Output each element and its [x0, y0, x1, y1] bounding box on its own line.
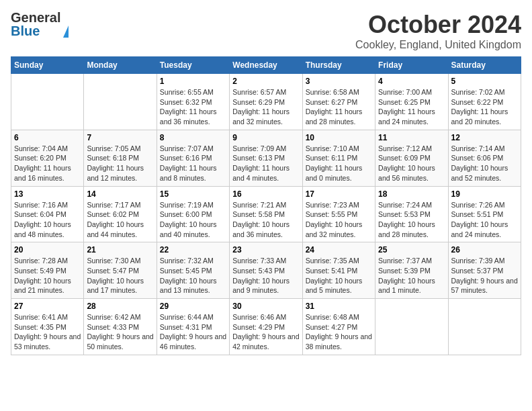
day-number: 4 [378, 77, 445, 86]
day-info: Sunrise: 7:24 AM Sunset: 5:53 PM Dayligh… [378, 200, 445, 240]
day-cell: 10Sunrise: 7:10 AM Sunset: 6:11 PM Dayli… [302, 130, 375, 186]
day-number: 14 [87, 189, 153, 199]
day-number: 18 [378, 189, 445, 199]
logo-arrow-icon [63, 26, 69, 38]
day-number: 3 [306, 77, 372, 86]
day-number: 20 [14, 245, 81, 255]
day-cell: 15Sunrise: 7:19 AM Sunset: 6:00 PM Dayli… [157, 186, 229, 242]
day-cell: 13Sunrise: 7:16 AM Sunset: 6:04 PM Dayli… [11, 186, 84, 242]
day-cell: 12Sunrise: 7:14 AM Sunset: 6:06 PM Dayli… [448, 130, 521, 186]
day-info: Sunrise: 7:32 AM Sunset: 5:45 PM Dayligh… [160, 256, 226, 295]
day-number: 31 [306, 302, 372, 311]
day-cell: 2Sunrise: 6:57 AM Sunset: 6:29 PM Daylig… [230, 74, 302, 130]
day-info: Sunrise: 7:33 AM Sunset: 5:43 PM Dayligh… [232, 256, 299, 295]
day-cell: 24Sunrise: 7:35 AM Sunset: 5:41 PM Dayli… [302, 242, 375, 299]
day-cell: 9Sunrise: 7:09 AM Sunset: 6:13 PM Daylig… [230, 130, 302, 186]
day-cell: 21Sunrise: 7:30 AM Sunset: 5:47 PM Dayli… [84, 242, 157, 299]
day-info: Sunrise: 7:23 AM Sunset: 5:55 PM Dayligh… [306, 200, 372, 240]
logo-blue: Blue [11, 24, 60, 38]
day-number: 7 [87, 133, 153, 142]
calendar-table: SundayMondayTuesdayWednesdayThursdayFrid… [11, 56, 521, 355]
week-row-1: 1Sunrise: 6:55 AM Sunset: 6:32 PM Daylig… [11, 74, 521, 130]
day-info: Sunrise: 7:21 AM Sunset: 5:58 PM Dayligh… [232, 200, 299, 240]
day-info: Sunrise: 7:30 AM Sunset: 5:47 PM Dayligh… [87, 256, 153, 295]
day-cell: 27Sunrise: 6:41 AM Sunset: 4:35 PM Dayli… [11, 299, 84, 355]
title-block: October 2024 Cookley, England, United Ki… [355, 11, 521, 51]
day-cell: 20Sunrise: 7:28 AM Sunset: 5:49 PM Dayli… [11, 242, 84, 299]
day-number: 29 [160, 302, 226, 311]
col-header-tuesday: Tuesday [157, 57, 229, 74]
day-info: Sunrise: 7:39 AM Sunset: 5:37 PM Dayligh… [451, 256, 518, 295]
day-cell: 25Sunrise: 7:37 AM Sunset: 5:39 PM Dayli… [375, 242, 448, 299]
day-number: 17 [306, 189, 372, 199]
day-cell: 26Sunrise: 7:39 AM Sunset: 5:37 PM Dayli… [448, 242, 521, 299]
week-row-3: 13Sunrise: 7:16 AM Sunset: 6:04 PM Dayli… [11, 186, 521, 242]
page-header: General Blue October 2024 Cookley, Engla… [11, 11, 521, 51]
day-number: 11 [378, 133, 445, 142]
header-row: SundayMondayTuesdayWednesdayThursdayFrid… [11, 57, 521, 74]
day-cell: 3Sunrise: 6:58 AM Sunset: 6:27 PM Daylig… [302, 74, 375, 130]
day-info: Sunrise: 7:35 AM Sunset: 5:41 PM Dayligh… [306, 256, 372, 295]
col-header-sunday: Sunday [11, 57, 84, 74]
day-number: 19 [451, 189, 518, 199]
day-cell: 30Sunrise: 6:46 AM Sunset: 4:29 PM Dayli… [230, 299, 302, 355]
day-info: Sunrise: 7:12 AM Sunset: 6:09 PM Dayligh… [378, 144, 445, 183]
day-cell: 11Sunrise: 7:12 AM Sunset: 6:09 PM Dayli… [375, 130, 448, 186]
week-row-5: 27Sunrise: 6:41 AM Sunset: 4:35 PM Dayli… [11, 299, 521, 355]
col-header-wednesday: Wednesday [230, 57, 302, 74]
day-number: 10 [306, 133, 372, 142]
day-info: Sunrise: 7:14 AM Sunset: 6:06 PM Dayligh… [451, 144, 518, 183]
day-cell: 31Sunrise: 6:48 AM Sunset: 4:27 PM Dayli… [302, 299, 375, 355]
logo-general: General [11, 11, 60, 24]
day-number: 8 [160, 133, 226, 142]
day-number: 16 [232, 189, 299, 199]
day-cell: 17Sunrise: 7:23 AM Sunset: 5:55 PM Dayli… [302, 186, 375, 242]
day-info: Sunrise: 6:57 AM Sunset: 6:29 PM Dayligh… [232, 87, 299, 127]
day-cell: 19Sunrise: 7:26 AM Sunset: 5:51 PM Dayli… [448, 186, 521, 242]
day-number: 25 [378, 245, 445, 255]
day-number: 5 [451, 77, 518, 86]
day-cell: 5Sunrise: 7:02 AM Sunset: 6:22 PM Daylig… [448, 74, 521, 130]
day-number: 26 [451, 245, 518, 255]
col-header-monday: Monday [84, 57, 157, 74]
day-info: Sunrise: 6:46 AM Sunset: 4:29 PM Dayligh… [232, 312, 299, 352]
day-cell: 29Sunrise: 6:44 AM Sunset: 4:31 PM Dayli… [157, 299, 229, 355]
day-cell: 23Sunrise: 7:33 AM Sunset: 5:43 PM Dayli… [230, 242, 302, 299]
day-number: 30 [232, 302, 299, 311]
day-info: Sunrise: 6:48 AM Sunset: 4:27 PM Dayligh… [306, 312, 372, 352]
day-info: Sunrise: 7:02 AM Sunset: 6:22 PM Dayligh… [451, 87, 518, 127]
day-number: 23 [232, 245, 299, 255]
day-info: Sunrise: 7:09 AM Sunset: 6:13 PM Dayligh… [232, 144, 299, 183]
week-row-4: 20Sunrise: 7:28 AM Sunset: 5:49 PM Dayli… [11, 242, 521, 299]
logo-word: General Blue [11, 11, 60, 38]
day-info: Sunrise: 6:42 AM Sunset: 4:33 PM Dayligh… [87, 312, 153, 352]
day-info: Sunrise: 7:16 AM Sunset: 6:04 PM Dayligh… [14, 200, 81, 240]
day-cell [375, 299, 448, 355]
day-info: Sunrise: 7:07 AM Sunset: 6:16 PM Dayligh… [160, 144, 226, 183]
day-info: Sunrise: 6:44 AM Sunset: 4:31 PM Dayligh… [160, 312, 226, 352]
day-cell: 16Sunrise: 7:21 AM Sunset: 5:58 PM Dayli… [230, 186, 302, 242]
day-number: 28 [87, 302, 153, 311]
day-info: Sunrise: 7:10 AM Sunset: 6:11 PM Dayligh… [306, 144, 372, 183]
day-cell: 7Sunrise: 7:05 AM Sunset: 6:18 PM Daylig… [84, 130, 157, 186]
day-info: Sunrise: 7:05 AM Sunset: 6:18 PM Dayligh… [87, 144, 153, 183]
col-header-thursday: Thursday [302, 57, 375, 74]
day-info: Sunrise: 7:19 AM Sunset: 6:00 PM Dayligh… [160, 200, 226, 240]
day-cell: 6Sunrise: 7:04 AM Sunset: 6:20 PM Daylig… [11, 130, 84, 186]
day-info: Sunrise: 6:55 AM Sunset: 6:32 PM Dayligh… [160, 87, 226, 127]
day-cell: 4Sunrise: 7:00 AM Sunset: 6:25 PM Daylig… [375, 74, 448, 130]
day-number: 2 [232, 77, 299, 86]
day-info: Sunrise: 6:41 AM Sunset: 4:35 PM Dayligh… [14, 312, 81, 352]
day-number: 27 [14, 302, 81, 311]
day-cell: 22Sunrise: 7:32 AM Sunset: 5:45 PM Dayli… [157, 242, 229, 299]
day-number: 12 [451, 133, 518, 142]
logo: General Blue [11, 11, 69, 38]
week-row-2: 6Sunrise: 7:04 AM Sunset: 6:20 PM Daylig… [11, 130, 521, 186]
day-info: Sunrise: 7:00 AM Sunset: 6:25 PM Dayligh… [378, 87, 445, 127]
day-cell: 14Sunrise: 7:17 AM Sunset: 6:02 PM Dayli… [84, 186, 157, 242]
day-number: 21 [87, 245, 153, 255]
day-number: 9 [232, 133, 299, 142]
day-number: 15 [160, 189, 226, 199]
day-number: 22 [160, 245, 226, 255]
day-cell: 18Sunrise: 7:24 AM Sunset: 5:53 PM Dayli… [375, 186, 448, 242]
